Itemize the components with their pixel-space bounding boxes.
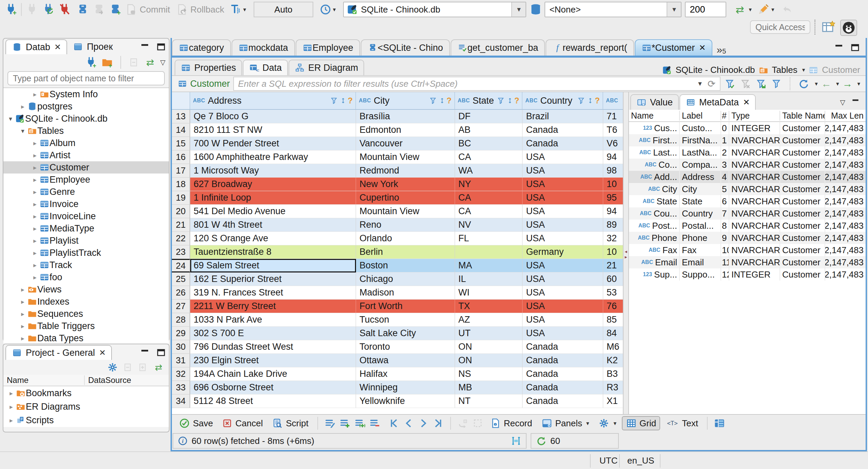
new-connection-icon[interactable]: + [84,57,97,68]
cell-country[interactable]: Brazil [522,110,603,123]
cell-postalcode[interactable]: 21 [603,259,623,272]
tree-expand-icon[interactable]: ▸ [31,139,39,147]
remove-filter-icon[interactable] [739,78,752,89]
fetch-size-input[interactable] [685,2,726,17]
row-number[interactable]: 31 [172,354,190,367]
close-icon[interactable]: ✕ [54,42,61,52]
metadata-row[interactable]: ABCFaxFax10NVARCHARCustomer2,147,483 [629,244,866,256]
last-row-icon[interactable] [432,417,445,429]
row-number[interactable]: 14 [172,123,190,137]
tree-item-data-types[interactable]: ▸Data Types [3,332,169,344]
tree-item-scripts[interactable]: ▸Scripts [3,413,169,427]
cell-city[interactable]: Edmonton [356,123,455,137]
metadata-row[interactable]: 123Sup...Suppo...12INTEGERCustomer2,147,… [629,268,866,281]
cell-postalcode[interactable]: 94 [603,205,623,218]
schema-combo[interactable]: <None> ▼ [545,2,682,17]
cell-city[interactable]: Toronto [356,340,455,354]
grid-mode-button[interactable]: Grid [622,416,660,430]
edit-row-icon[interactable] [323,417,336,429]
cell-city[interactable]: New York [356,178,455,191]
nav-back-icon[interactable]: ← [821,78,831,89]
tree-item-genre[interactable]: ▸Genre [3,186,169,198]
cell-city[interactable]: Chicago [356,272,455,286]
connection-combo-arrow[interactable]: ▼ [511,2,526,17]
tree-item-sqlite-chinook-db[interactable]: ▾SQLite - Chinook.db [3,113,169,125]
row-number[interactable]: 16 [172,150,190,164]
tree-expand-icon[interactable]: ▸ [31,225,39,232]
tab-metadata[interactable]: MetaData ✕ [679,94,756,110]
tree-item-tables[interactable]: ▾Tables [3,125,169,137]
cell-state[interactable]: NT [455,394,523,408]
tree-item-mediatype[interactable]: ▸MediaType [3,222,169,234]
cell-address[interactable]: 1600 Amphitheatre Parkway [190,150,356,164]
tree-expand-icon[interactable]: ▸ [7,389,16,397]
quick-access-input[interactable] [750,20,810,34]
panel-splitter[interactable]: ◂▸ [624,92,629,414]
cell-address[interactable]: 162 E Superior Street [190,272,356,286]
row-number[interactable]: 25 [172,272,190,286]
tree-expand-icon[interactable]: ▾ [6,115,15,123]
tree-expand-icon[interactable]: ▸ [31,200,39,208]
filter-hint-icon[interactable]: ? [447,96,452,105]
cell-city[interactable]: Brasília [356,110,455,123]
cell-city[interactable]: Madison [356,286,455,300]
metadata-row[interactable]: ABCPhonePhone9NVARCHARCustomer2,147,483 [629,232,866,244]
row-number[interactable]: 26 [172,286,190,300]
script-button[interactable]: Script [268,416,312,430]
metadata-row[interactable]: ABCEmailEmail11NVARCHARCustomer2,147,483 [629,256,866,268]
undo-icon[interactable] [780,3,794,16]
maximize-icon[interactable] [849,43,861,53]
tree-item-er-diagrams[interactable]: ▸ER Diagrams [3,400,169,413]
cell-postalcode[interactable]: R3 [603,381,623,394]
filter-table-ref[interactable]: Customer [174,79,233,89]
row-number[interactable]: 15 [172,137,190,150]
cell-state[interactable]: AB [455,123,523,137]
cell-address[interactable]: 1033 N Park Ave [190,313,356,327]
tree-expand-icon[interactable]: ▸ [31,237,39,245]
tab-project-general[interactable]: Project - General ✕ [5,345,112,360]
sync-connection-icon[interactable]: ⇄ [732,3,747,16]
tree-expand-icon[interactable]: ▸ [7,416,16,424]
filter-funnel-icon[interactable] [330,97,339,105]
filter-expression-input[interactable]: Enter a SQL expression to filter results… [233,77,694,91]
splitter-arrows-icon[interactable]: ◂▸ [624,249,628,260]
copy-row-icon[interactable] [353,417,366,429]
cell-city[interactable]: Winnipeg [356,381,455,394]
column-header-type[interactable]: Type [729,111,780,121]
commit-button[interactable]: Commit [122,2,173,17]
cancel-button[interactable]: Cancel [218,416,266,430]
cell-state[interactable]: TX [455,300,523,313]
editor-tab--customer[interactable]: *Customer✕ [635,39,713,56]
tree-item-foo[interactable]: ▸foo [3,271,169,283]
tree-expand-icon[interactable]: ▸ [31,176,39,184]
sort-icon[interactable] [587,97,594,105]
delete-row-icon[interactable] [368,417,381,429]
refresh-result-icon[interactable] [797,78,810,89]
minimize-icon[interactable] [850,98,861,106]
cell-postalcode[interactable]: 94 [603,150,623,164]
cell-country[interactable]: USA [522,178,603,191]
tab-overflow-button[interactable]: »5 [713,43,729,56]
row-number[interactable]: 18 [172,178,190,191]
timezone-indicator[interactable]: UTC [599,452,617,469]
row-number[interactable]: 21 [172,218,190,232]
gear-icon[interactable] [106,362,119,373]
sort-icon[interactable] [339,97,347,105]
minimize-icon[interactable] [833,43,845,53]
cell-address[interactable]: 8210 111 ST NW [190,123,356,137]
cell-postalcode[interactable]: 60 [603,272,623,286]
filter-hint-icon[interactable]: ? [514,96,519,105]
sql-editor-icon[interactable] [76,3,90,16]
cell-address[interactable]: 5112 48 Street [190,394,356,408]
column-header-table-name[interactable]: Table Name [780,111,825,121]
cell-state[interactable]: UT [455,327,523,340]
tab-properties[interactable]: Properties [175,60,242,75]
cell-state[interactable]: CA [455,191,523,205]
row-number[interactable]: 33 [172,381,190,394]
cell-city[interactable]: Cupertino [356,191,455,205]
cell-address[interactable]: 302 S 700 E [190,327,356,340]
column-header-country[interactable]: ABCCountry? [522,92,603,109]
sort-icon[interactable] [438,97,446,105]
cell-state[interactable]: CA [455,205,523,218]
cell-address[interactable]: 801 W 4th Street [190,218,356,232]
